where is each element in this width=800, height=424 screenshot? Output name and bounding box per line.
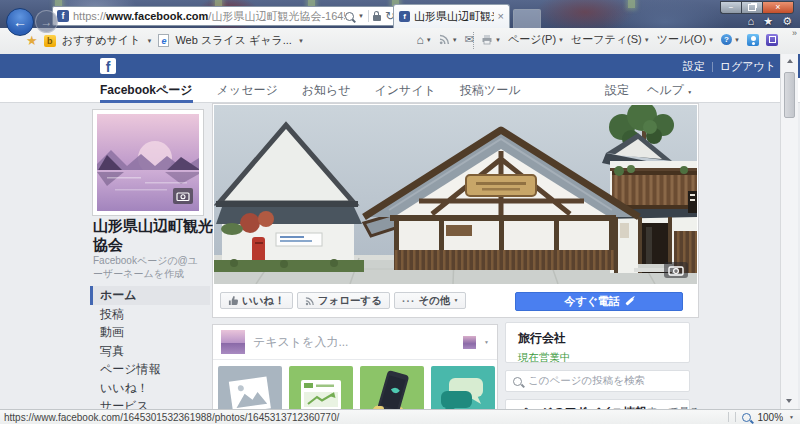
addon-icon[interactable] [766, 34, 778, 46]
minimize-button[interactable]: − [720, 1, 741, 14]
web-slice-icon: e [158, 34, 169, 47]
scroll-down-arrow[interactable] [786, 399, 792, 403]
scrollbar-thumb[interactable] [784, 72, 795, 118]
pencil-icon [625, 298, 633, 306]
thumbs-up-icon [228, 295, 239, 306]
favorites-star-icon[interactable]: ★ [763, 15, 773, 28]
boost-post-tile[interactable] [289, 366, 353, 409]
tab-close-icon[interactable]: × [498, 11, 504, 22]
restore-button[interactable] [741, 1, 762, 14]
messages-tile[interactable] [431, 366, 495, 409]
caret-down-icon[interactable]: ▼ [789, 415, 794, 420]
profile-picture[interactable] [93, 110, 203, 215]
settings-gear-icon[interactable]: ⚙ [782, 15, 792, 28]
post-composer: テキストを入力... ▼ [213, 325, 497, 409]
zoom-level: 100% [757, 412, 783, 423]
overflow-chevron-icon[interactable]: » [792, 28, 797, 38]
logout-link[interactable]: ログアウト [720, 59, 776, 74]
vertical-scrollbar[interactable] [780, 54, 798, 409]
header-settings-link[interactable]: 設定 [683, 59, 705, 74]
sidebar-item-home[interactable]: ホーム [90, 286, 210, 305]
search-icon [513, 377, 522, 386]
print-menu[interactable]: ▼ [481, 34, 501, 45]
composer-input[interactable]: テキストを入力... [253, 334, 455, 351]
search-icon[interactable] [345, 12, 354, 21]
tab-title: 山形県山辺町観光協会 [414, 9, 494, 24]
page-menu[interactable]: ページ(P)▼ [508, 32, 564, 47]
page-category[interactable]: 旅行会社 [518, 330, 677, 347]
caret-down-icon[interactable]: ▼ [484, 340, 489, 345]
call-promo-tile[interactable] [360, 366, 424, 409]
forward-button[interactable]: → [35, 10, 58, 33]
tab-insights[interactable]: インサイト [375, 78, 436, 103]
new-tab-button[interactable] [513, 9, 541, 29]
favorite-web-slice[interactable]: Web スライス ギャラ... [175, 33, 292, 48]
divider [712, 62, 713, 72]
favorite-suggested-sites[interactable]: おすすめサイト [62, 33, 141, 48]
addon-icon[interactable] [747, 34, 759, 46]
tab-facebook-page[interactable]: Facebookページ [100, 78, 193, 103]
printer-icon [481, 34, 493, 45]
publishing-shortcuts [213, 360, 497, 409]
address-bar-icons: ▼ ↻ [345, 9, 395, 23]
like-button[interactable]: いいね！ [220, 292, 293, 309]
facebook-logo[interactable]: f [100, 58, 116, 74]
page-action-buttons: いいね！ フォローする ··· その他 ▼ [220, 292, 466, 309]
sidebar-item-services[interactable]: サービス [90, 397, 210, 409]
tools-menu[interactable]: ツール(O)▼ [657, 32, 714, 47]
camera-icon [664, 262, 688, 278]
call-now-button[interactable]: 今すぐ電話 [515, 292, 683, 311]
nav-settings-link[interactable]: 設定 [605, 82, 629, 99]
cover-photo-traditional-building[interactable] [214, 105, 697, 284]
follow-button[interactable]: フォローする [297, 292, 390, 309]
desktop-icon-blur [628, 0, 635, 8]
help-menu[interactable]: ?▼ [721, 34, 740, 45]
caret-down-icon: ▼ [453, 298, 458, 303]
browser-action-icons: ⌂ ★ ⚙ [748, 15, 792, 28]
back-button[interactable]: ← [6, 8, 34, 36]
scroll-up-arrow[interactable] [787, 59, 793, 63]
cover-action-bar: いいね！ フォローする ··· その他 ▼ 今すぐ電話 [213, 285, 698, 317]
more-button[interactable]: ··· その他 ▼ [394, 292, 466, 309]
tab-publishing-tools[interactable]: 投稿ツール [460, 78, 521, 103]
status-link-url: https://www.facebook.com/164530153236198… [0, 412, 339, 423]
caret-down-icon[interactable]: ▼ [146, 38, 152, 44]
sidebar-item-likes[interactable]: いいね！ [90, 379, 210, 398]
nav-help-link[interactable]: ヘルプ ▼ [647, 82, 692, 99]
favorites-bar: ★ b おすすめサイト ▼ e Web スライス ギャラ... ▼ ⌂▼ ▼ ✉… [0, 28, 800, 55]
sidebar-item-photos[interactable]: 写真 [90, 342, 210, 361]
search-caret-icon[interactable]: ▼ [358, 13, 364, 19]
facebook-header: f 設定 ログアウト [0, 54, 800, 78]
address-bar[interactable]: f https://www.facebook.com/山形県山辺町観光協会-16… [52, 6, 400, 26]
zoom-control[interactable]: 100% ▼ [728, 410, 794, 424]
share-photo-tile[interactable] [218, 366, 282, 409]
tab-notifications[interactable]: お知らせ [302, 78, 351, 103]
post-search-box[interactable]: このページの投稿を検索 [505, 370, 690, 392]
tab-messages[interactable]: メッセージ [217, 78, 278, 103]
command-bar: ⌂▼ ▼ ✉ ▼ ページ(P)▼ セーフティ(S)▼ ツール(O)▼ ?▼ [417, 32, 778, 47]
favorites-items: ★ b おすすめサイト ▼ e Web スライス ギャラ... ▼ [26, 33, 304, 48]
lock-icon[interactable] [373, 15, 381, 21]
facebook-header-links: 設定 ログアウト [683, 59, 776, 74]
home-menu[interactable]: ⌂▼ [417, 33, 432, 47]
read-mail-button[interactable]: ✉ [465, 33, 474, 46]
home-icon[interactable]: ⌂ [748, 15, 755, 28]
sidebar-item-posts[interactable]: 投稿 [90, 305, 210, 324]
sidebar-item-about[interactable]: ページ情報 [90, 360, 210, 379]
url-text[interactable]: https://www.facebook.com/山形県山辺町観光協会-1645… [73, 9, 345, 24]
browser-tab[interactable]: f 山形県山辺町観光協会 × [393, 4, 510, 28]
username-hint[interactable]: Facebookページの@ユーザーネームを作成 [93, 254, 207, 280]
add-favorite-icon[interactable]: ★ [26, 34, 38, 47]
caret-down-icon[interactable]: ▼ [298, 38, 304, 44]
feeds-menu[interactable]: ▼ [439, 34, 458, 45]
photo-icon [218, 366, 282, 409]
window-controls: − × [720, 1, 794, 14]
close-button[interactable]: × [762, 1, 794, 14]
safety-menu[interactable]: セーフティ(S)▼ [571, 32, 650, 47]
facebook-favicon: f [57, 10, 69, 22]
status-bar: https://www.facebook.com/164530153236198… [0, 409, 800, 424]
composer-input-row: テキストを入力... ▼ [213, 325, 497, 360]
post-as-avatar[interactable] [463, 336, 476, 349]
caret-down-icon: ▼ [687, 89, 692, 95]
sidebar-item-videos[interactable]: 動画 [90, 323, 210, 342]
